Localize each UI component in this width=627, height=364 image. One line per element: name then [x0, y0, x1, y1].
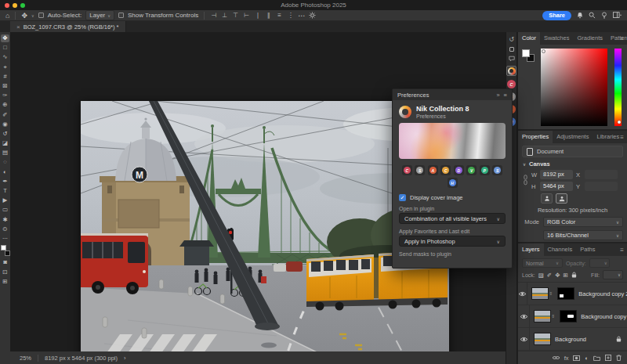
lasso-tool[interactable]: ∿ [1, 53, 9, 61]
path-selection-tool[interactable]: ▶ [1, 196, 9, 204]
layer-row-background[interactable]: Background [518, 328, 627, 351]
landscape-orientation-button[interactable] [556, 193, 567, 204]
chevron-down-icon[interactable]: ∨ [31, 13, 34, 18]
align-center-icon[interactable]: ≡ [276, 12, 283, 19]
lock-position-icon[interactable]: ✥ [555, 272, 560, 279]
document-tab[interactable]: × BOZ_1097.CR3 @ 25% (RGB/16*) * [10, 21, 126, 32]
move-tool[interactable]: ✥ [1, 34, 9, 42]
layer-row-background-copy[interactable]: ∞ Background copy [518, 305, 627, 328]
lock-pixels-icon[interactable]: ✐ [547, 272, 552, 279]
close-icon[interactable]: × [16, 23, 20, 31]
layer-row-background-copy-2[interactable]: ∞ Background copy 2 [518, 283, 627, 305]
color-panel-swatches[interactable] [522, 49, 535, 62]
tab-adjustments[interactable]: Adjustments [553, 131, 593, 143]
bit-depth-dropdown[interactable]: 16 Bits/Channel ∨ [543, 230, 623, 240]
show-transform-checkbox[interactable] [118, 13, 124, 18]
align-bottom-icon[interactable]: ⊥ [221, 12, 228, 19]
libraries-icon[interactable] [509, 47, 514, 52]
foreground-color-swatch[interactable] [1, 245, 6, 250]
layer-mask-thumbnail[interactable] [557, 287, 574, 300]
panel-menu-icon[interactable]: ≡ [620, 35, 624, 42]
fill-field[interactable]: ∨ [603, 270, 623, 279]
link-dimensions-icon[interactable] [524, 173, 527, 187]
nik-panel-tab[interactable]: Preferences [397, 92, 429, 99]
dfine-icon[interactable]: D [454, 165, 464, 175]
canvas-pasteboard[interactable]: M [10, 32, 506, 351]
display-cover-checkbox[interactable]: ✓ [399, 194, 406, 201]
clone-stamp-tool[interactable]: ◉ [1, 121, 9, 128]
tab-patterns[interactable]: Patterns [607, 32, 627, 45]
panel-menu-icon[interactable]: ≡ [620, 247, 624, 254]
visibility-toggle[interactable] [518, 305, 530, 327]
layer-mask-thumbnail[interactable] [560, 310, 577, 323]
hue-slider[interactable] [614, 49, 622, 126]
portrait-orientation-button[interactable] [541, 193, 553, 204]
panel-menu-icon[interactable]: ≡ [504, 92, 507, 99]
foreground-background-swatches[interactable] [1, 245, 10, 256]
color-mode-dropdown[interactable]: RGB Color ∨ [543, 217, 623, 227]
notifications-bell-icon[interactable] [577, 12, 583, 19]
document-type-row[interactable]: Document [522, 146, 623, 157]
eyedropper-tool[interactable]: ✑ [1, 92, 9, 99]
home-icon[interactable]: ⌂ [5, 11, 9, 20]
open-in-plugin-dropdown[interactable]: Combination of all visible layers ∨ [399, 213, 506, 224]
color-efex-strip-icon[interactable]: C [507, 80, 516, 88]
panel-menu-icon[interactable]: ≡ [620, 134, 624, 141]
perspective-efex-icon[interactable]: P [480, 165, 490, 175]
gear-icon[interactable] [309, 12, 316, 19]
distribute-spacing-icon[interactable]: ⋮ [287, 12, 294, 19]
quick-mask-button[interactable]: ◙ [1, 258, 9, 266]
more-options-icon[interactable]: ⋯ [298, 11, 305, 20]
distribute-horizontal-icon[interactable]: ∥ [265, 12, 272, 19]
move-tool-icon[interactable]: ✥ [21, 11, 27, 20]
tab-swatches[interactable]: Swatches [540, 32, 574, 45]
status-chevron-icon[interactable]: › [124, 355, 126, 362]
auto-select-checkbox[interactable] [38, 13, 44, 18]
x-field[interactable] [585, 170, 618, 179]
frame-tool[interactable]: ⊠ [1, 82, 9, 90]
tab-gradients[interactable]: Gradients [573, 32, 607, 45]
object-selection-tool[interactable]: ⌖ [1, 63, 9, 71]
blend-mode-dropdown[interactable]: Normal ∨ [522, 258, 563, 268]
color-picker-marker[interactable] [542, 49, 545, 53]
blur-tool[interactable]: ◌ [1, 158, 9, 166]
discover-lightbulb-icon[interactable] [601, 12, 607, 19]
tab-channels[interactable]: Channels [544, 243, 577, 256]
layer-thumbnail[interactable] [534, 310, 551, 323]
layer-thumbnail[interactable] [534, 333, 551, 345]
collapse-panel-icon[interactable]: » [496, 92, 499, 99]
lock-artboard-icon[interactable]: ⊞ [563, 272, 567, 279]
nik-collection-launcher-icon[interactable] [506, 66, 516, 76]
delete-layer-icon[interactable] [616, 355, 622, 361]
layer-effects-icon[interactable]: fx [564, 355, 569, 362]
history-brush-tool[interactable]: ↺ [1, 130, 9, 138]
saturation-brightness-picker[interactable] [541, 49, 607, 126]
link-layers-icon[interactable] [553, 355, 560, 360]
hdr-efex-icon[interactable]: H [448, 178, 458, 188]
auto-select-dropdown[interactable]: Layer∨ [85, 10, 114, 20]
edit-toolbar-button[interactable]: ⊞ [1, 278, 9, 286]
spot-healing-tool[interactable]: ⊕ [1, 101, 9, 109]
maximize-window-button[interactable] [20, 3, 25, 8]
viveza-icon[interactable]: V [466, 165, 477, 175]
more-tools-icon[interactable]: ⋯ [1, 235, 9, 243]
comments-icon[interactable] [509, 56, 515, 62]
y-field[interactable] [585, 182, 618, 191]
shape-tool[interactable]: ▭ [1, 206, 9, 214]
foreground-color-swatch[interactable] [522, 49, 530, 57]
crop-tool[interactable]: # [1, 73, 9, 81]
eraser-tool[interactable]: ◪ [1, 139, 9, 147]
screen-mode-button[interactable]: ⊡ [1, 268, 9, 276]
search-icon[interactable] [589, 12, 596, 19]
tab-color[interactable]: Color [518, 32, 540, 45]
marquee-tool[interactable]: □ [1, 44, 9, 52]
tab-layers[interactable]: Layers [518, 243, 544, 256]
history-icon[interactable]: ↺ [509, 36, 514, 43]
gradient-tool[interactable]: ▤ [1, 149, 9, 157]
lock-transparency-icon[interactable]: ▨ [538, 272, 544, 279]
new-group-icon[interactable] [593, 355, 600, 361]
zoom-level-field[interactable]: 25% [20, 355, 31, 362]
dodge-tool[interactable]: ◐ [1, 168, 9, 176]
type-tool[interactable]: T [1, 187, 9, 195]
distribute-vertical-icon[interactable]: ∣ [254, 12, 261, 19]
